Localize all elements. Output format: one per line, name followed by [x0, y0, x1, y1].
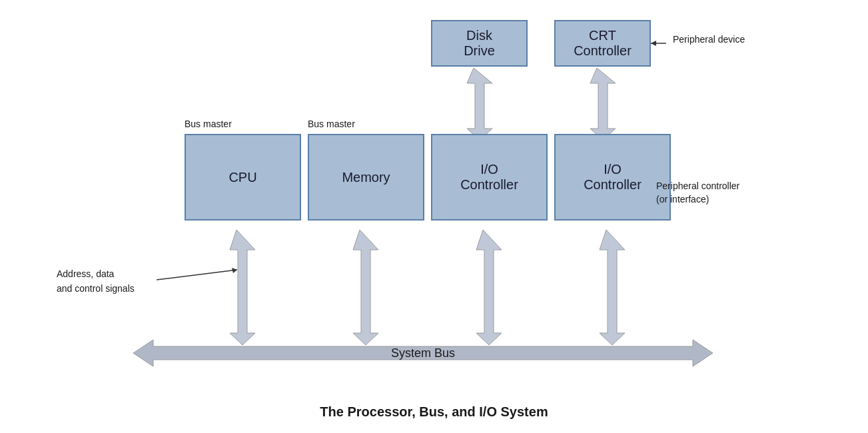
memory-label: Memory: [342, 170, 390, 185]
memory-box: Memory: [308, 134, 424, 220]
diskdrive-box: DiskDrive: [431, 20, 528, 67]
io2-box: I/OController: [554, 134, 671, 220]
system-bus-label-container: System Bus: [133, 332, 713, 374]
address-data-arrowhead: [232, 268, 237, 273]
io2-v-arrow: [600, 230, 625, 345]
bus-master-cpu-label: Bus master: [185, 119, 232, 129]
peripheral-device-label: Peripheral device: [673, 33, 745, 47]
diskdrive-v-arrow: [467, 68, 492, 140]
cpu-box: CPU: [185, 134, 301, 220]
memory-v-arrow: [353, 230, 378, 345]
cpu-label: CPU: [228, 170, 256, 185]
crt-label: CRTController: [574, 28, 632, 59]
crt-v-arrow: [590, 68, 616, 140]
address-data-label: Address, dataand control signals: [57, 266, 135, 296]
io1-v-arrow: [476, 230, 502, 345]
io1-box: I/OController: [431, 134, 548, 220]
page-title: The Processor, Bus, and I/O System: [0, 404, 868, 420]
cpu-v-arrow: [230, 230, 255, 345]
io1-label: I/OController: [460, 162, 518, 193]
bus-master-mem-label: Bus master: [308, 119, 355, 129]
peripheral-ctrl-label: Peripheral controller(or interface): [656, 180, 739, 206]
address-data-line: [157, 270, 237, 280]
diagram-container: CPU Memory I/OController I/OController D…: [0, 0, 868, 433]
diskdrive-label: DiskDrive: [464, 28, 495, 59]
peripheral-device-arrowhead: [651, 41, 656, 46]
crt-box: CRTController: [554, 20, 651, 67]
io2-label: I/OController: [584, 162, 642, 193]
system-bus-label: System Bus: [391, 346, 455, 360]
